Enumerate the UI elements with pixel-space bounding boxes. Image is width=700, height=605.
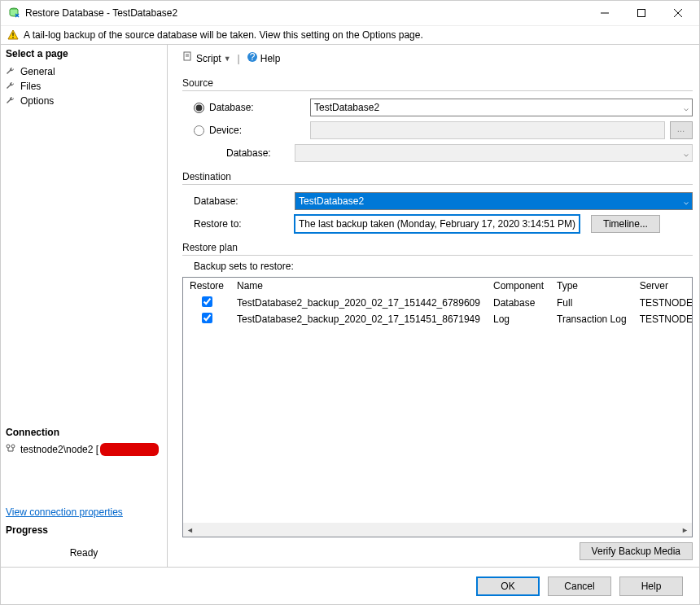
- script-icon: [182, 51, 194, 65]
- ok-button[interactable]: OK: [476, 577, 540, 596]
- cell-component: Log: [487, 311, 550, 327]
- restore-plan-subhead: Backup sets to restore:: [182, 261, 693, 272]
- warning-bar: A tail-log backup of the source database…: [1, 25, 699, 45]
- svg-text:?: ?: [249, 51, 255, 63]
- connection-text: testnode2\node2 [: [20, 444, 98, 455]
- cell-server: TESTNODE2\NODE2: [633, 294, 692, 311]
- destination-database-row: Database: TestDatabase2 ⌵: [182, 191, 693, 211]
- help-label: Help: [260, 53, 281, 64]
- svg-point-8: [11, 445, 15, 448]
- warning-text: A tail-log backup of the source database…: [24, 29, 423, 41]
- col-component[interactable]: Component: [487, 278, 550, 294]
- col-server[interactable]: Server: [633, 278, 692, 294]
- source-database-radio[interactable]: [194, 103, 204, 113]
- svg-point-7: [7, 445, 10, 448]
- browse-device-button[interactable]: …: [670, 121, 693, 139]
- source-database-value: TestDatabase2: [314, 102, 379, 113]
- scroll-right-icon[interactable]: ►: [678, 523, 692, 537]
- script-button[interactable]: Script ▼: [179, 50, 234, 67]
- svg-rect-2: [637, 10, 645, 17]
- scroll-left-icon[interactable]: ◄: [183, 523, 197, 537]
- source-device-label: Device:: [209, 125, 310, 136]
- source-database-row: Database: TestDatabase2 ⌵: [182, 98, 693, 117]
- svg-line-3: [674, 9, 682, 17]
- destination-head: Destination: [182, 171, 693, 182]
- page-item-label: General: [20, 66, 55, 77]
- chevron-down-icon: ⌵: [684, 197, 689, 206]
- warning-icon: [7, 29, 19, 41]
- col-type[interactable]: Type: [550, 278, 633, 294]
- destination-database-value: TestDatabase2: [299, 195, 364, 207]
- cell-server: TESTNODE2\NODE2: [633, 311, 692, 327]
- grid-header-row: Restore Name Component Type Server: [183, 278, 692, 294]
- horizontal-scrollbar[interactable]: ◄ ►: [183, 523, 692, 537]
- cell-name: TestDatabase2_backup_2020_02_17_151442_6…: [230, 294, 487, 311]
- progress-head: Progress: [1, 521, 167, 539]
- script-label: Script: [196, 53, 221, 64]
- select-page-head: Select a page: [1, 45, 167, 63]
- restore-checkbox[interactable]: [202, 313, 212, 323]
- page-item-general[interactable]: General: [6, 64, 167, 79]
- col-name[interactable]: Name: [230, 278, 487, 294]
- toolbar-separator: |: [238, 53, 240, 64]
- left-panel: Select a page General Files Options Conn…: [1, 45, 168, 567]
- backup-sets-grid[interactable]: Restore Name Component Type Server TestD…: [182, 277, 693, 537]
- wrench-icon: [6, 95, 17, 107]
- right-panel: Script ▼ | ? Help Source Database: TestD…: [168, 45, 699, 567]
- source-head: Source: [182, 77, 693, 89]
- chevron-down-icon: ⌵: [684, 149, 689, 158]
- cell-type: Full: [550, 294, 633, 311]
- restore-plan-head: Restore plan: [182, 242, 693, 253]
- progress-status: Ready: [1, 539, 167, 567]
- chevron-down-icon: ▼: [224, 55, 231, 63]
- col-restore[interactable]: Restore: [183, 278, 230, 294]
- main-area: Select a page General Files Options Conn…: [1, 45, 699, 567]
- source-device-database-combo: ⌵: [295, 144, 693, 162]
- restore-to-row: Restore to: Timeline...: [182, 214, 693, 234]
- destination-database-label: Database:: [194, 195, 295, 207]
- form-area: Source Database: TestDatabase2 ⌵ Device:…: [174, 69, 693, 560]
- table-row[interactable]: TestDatabase2_backup_2020_02_17_151442_6…: [183, 294, 692, 311]
- page-item-label: Options: [20, 95, 54, 107]
- help-button-footer[interactable]: Help: [619, 577, 683, 596]
- timeline-button[interactable]: Timeline...: [591, 215, 660, 233]
- restore-to-field[interactable]: [295, 215, 580, 233]
- redacted-area: [100, 443, 159, 456]
- server-icon: [6, 444, 17, 455]
- right-toolbar: Script ▼ | ? Help: [174, 48, 693, 69]
- verify-backup-media-button[interactable]: Verify Backup Media: [580, 542, 693, 560]
- maximize-button[interactable]: [623, 2, 659, 24]
- help-button[interactable]: ? Help: [243, 50, 284, 67]
- wrench-icon: [6, 81, 17, 92]
- table-row[interactable]: TestDatabase2_backup_2020_02_17_151451_8…: [183, 311, 692, 327]
- minimize-button[interactable]: [586, 2, 623, 24]
- source-database-combo[interactable]: TestDatabase2 ⌵: [310, 99, 693, 116]
- cancel-button[interactable]: Cancel: [548, 577, 611, 596]
- connection-head: Connection: [1, 423, 167, 441]
- cell-type: Transaction Log: [550, 311, 633, 327]
- page-item-label: Files: [20, 81, 41, 92]
- close-button[interactable]: [659, 2, 696, 24]
- source-device-database-label: Database:: [226, 147, 295, 159]
- restore-checkbox[interactable]: [202, 296, 212, 307]
- cell-name: TestDatabase2_backup_2020_02_17_151451_8…: [230, 311, 487, 327]
- source-device-database-row: Database: ⌵: [182, 143, 693, 163]
- source-device-row: Device: …: [182, 121, 693, 140]
- source-database-label: Database:: [209, 102, 310, 113]
- source-device-field: [310, 121, 665, 139]
- svg-point-6: [12, 37, 14, 38]
- source-device-radio[interactable]: [194, 125, 204, 136]
- view-connection-properties-link[interactable]: View connection properties: [1, 503, 167, 521]
- wrench-icon: [6, 66, 17, 77]
- app-icon: [7, 7, 20, 20]
- window-title: Restore Database - TestDatabase2: [25, 7, 586, 19]
- page-item-options[interactable]: Options: [6, 94, 167, 108]
- dialog-footer: OK Cancel Help: [1, 567, 699, 604]
- page-item-files[interactable]: Files: [6, 79, 167, 94]
- svg-line-4: [674, 9, 682, 17]
- restore-to-label: Restore to:: [194, 218, 295, 230]
- help-icon: ?: [247, 51, 258, 65]
- cell-component: Database: [487, 294, 550, 311]
- titlebar: Restore Database - TestDatabase2: [1, 1, 699, 25]
- destination-database-combo[interactable]: TestDatabase2 ⌵: [295, 192, 693, 210]
